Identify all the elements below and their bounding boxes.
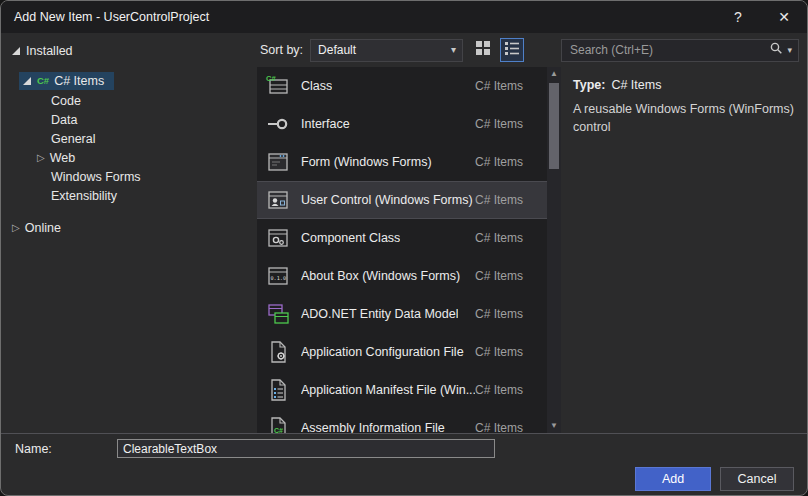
search-row: [561, 33, 807, 67]
template-list-container: C# Class C# Items Interface C# Items: [257, 67, 561, 433]
template-list: C# Class C# Items Interface C# Items: [257, 67, 547, 433]
list-item-label: ADO.NET Entity Data Model: [301, 307, 458, 321]
list-item-component-class[interactable]: Component Class C# Items: [257, 219, 547, 257]
type-label: Type:: [573, 78, 605, 92]
window-title: Add New Item - UserControlProject: [1, 10, 209, 24]
class-icon: C#: [264, 72, 292, 100]
list-item-label: Component Class: [301, 231, 400, 245]
form-icon: [264, 148, 292, 176]
button-row: Add Cancel: [1, 467, 807, 491]
tree-node-general[interactable]: General: [1, 129, 257, 148]
list-item-class[interactable]: C# Class C# Items: [257, 67, 547, 105]
list-item-category: C# Items: [475, 117, 547, 131]
expander-collapsed-icon[interactable]: [37, 153, 45, 163]
tree-node-online[interactable]: Online: [1, 218, 257, 237]
list-item-category: C# Items: [475, 269, 547, 283]
list-item-label: Form (Windows Forms): [301, 155, 432, 169]
list-item-category: C# Items: [475, 79, 547, 93]
tree-selection-highlight: C# Items: [19, 72, 114, 90]
template-panel: Sort by: Default: [257, 33, 561, 433]
ado-net-entity-icon: [264, 300, 292, 328]
svg-text:0.1.0: 0.1.0: [271, 275, 287, 281]
list-item-category: C# Items: [475, 307, 547, 321]
scrollbar-thumb[interactable]: [549, 83, 559, 169]
tree-node-csharp-items[interactable]: C# Items: [1, 70, 257, 91]
dialog-footer: Name: Add Cancel: [1, 433, 807, 495]
search-chevron-down-icon[interactable]: [787, 46, 792, 55]
tree-label: Windows Forms: [51, 170, 141, 184]
close-button[interactable]: ✕: [761, 1, 807, 33]
template-description: A reusable Windows Forms (WinForms) cont…: [573, 101, 795, 136]
tree-label: General: [51, 132, 95, 146]
list-item-category: C# Items: [475, 193, 547, 207]
tree-label: Code: [51, 94, 81, 108]
assembly-info-file-icon: C#: [264, 414, 292, 433]
list-item-category: C# Items: [475, 231, 547, 245]
list-toolbar: Sort by: Default: [257, 33, 561, 67]
name-row: Name:: [1, 439, 807, 458]
search-input[interactable]: [568, 42, 769, 58]
tree-node-web[interactable]: Web: [1, 148, 257, 167]
tree-node-windows-forms[interactable]: Windows Forms: [1, 167, 257, 186]
name-label: Name:: [1, 442, 117, 456]
svg-text:C#: C#: [266, 74, 276, 83]
details-panel: Type:C# Items A reusable Windows Forms (…: [561, 33, 807, 433]
name-input[interactable]: [117, 439, 495, 458]
grid-view-icon: [475, 40, 491, 60]
tree-label: Online: [25, 221, 61, 235]
type-value: C# Items: [611, 78, 661, 92]
list-item-category: C# Items: [475, 345, 547, 359]
add-button[interactable]: Add: [635, 467, 711, 491]
component-class-icon: [264, 224, 292, 252]
list-item-app-manifest-file[interactable]: Application Manifest File (Win... C# Ite…: [257, 371, 547, 409]
search-icon[interactable]: [769, 41, 783, 59]
list-scrollbar[interactable]: [547, 67, 561, 433]
list-item-user-control[interactable]: User Control (Windows Forms) C# Items: [257, 181, 547, 219]
list-item-category: C# Items: [475, 383, 547, 397]
scrollbar-track[interactable]: [547, 81, 561, 419]
list-item-app-config-file[interactable]: Application Configuration File C# Items: [257, 333, 547, 371]
tree-label: C# Items: [54, 74, 104, 88]
sort-dropdown-value: Default: [318, 43, 356, 57]
cancel-button[interactable]: Cancel: [720, 467, 794, 491]
list-item-label: Application Manifest File (Win...: [301, 383, 475, 397]
list-item-label: Application Configuration File: [301, 345, 464, 359]
list-item-ado-net-entity[interactable]: ADO.NET Entity Data Model C# Items: [257, 295, 547, 333]
help-button[interactable]: ?: [715, 1, 761, 33]
scroll-down-icon[interactable]: [547, 419, 561, 433]
list-item-about-box[interactable]: 0.1.0 About Box (Windows Forms) C# Items: [257, 257, 547, 295]
tree-label: Extensibility: [51, 189, 117, 203]
type-row: Type:C# Items: [573, 78, 795, 92]
chevron-down-icon: [451, 45, 462, 55]
scroll-up-icon[interactable]: [547, 67, 561, 81]
list-view-icon: [504, 40, 520, 60]
user-control-icon: [264, 186, 292, 214]
list-item-label: Assembly Information File: [301, 421, 445, 433]
interface-icon: [264, 110, 292, 138]
list-view-button[interactable]: [500, 38, 524, 62]
tree-node-data[interactable]: Data: [1, 110, 257, 129]
list-item-interface[interactable]: Interface C# Items: [257, 105, 547, 143]
list-item-category: C# Items: [475, 155, 547, 169]
sort-by-label: Sort by:: [260, 43, 303, 57]
csharp-items-icon: [37, 75, 49, 86]
search-box[interactable]: [561, 39, 799, 62]
expander-collapsed-icon[interactable]: [12, 223, 20, 233]
template-details: Type:C# Items A reusable Windows Forms (…: [561, 67, 807, 136]
tree-node-installed[interactable]: Installed: [1, 41, 257, 60]
list-item-assembly-info-file[interactable]: C# Assembly Information File C# Items: [257, 409, 547, 433]
tree-node-code[interactable]: Code: [1, 91, 257, 110]
grid-view-button[interactable]: [471, 38, 495, 62]
tree-label: Web: [50, 151, 75, 165]
list-item-form[interactable]: Form (Windows Forms) C# Items: [257, 143, 547, 181]
expander-expanded-icon[interactable]: [12, 47, 20, 55]
tree-node-extensibility[interactable]: Extensibility: [1, 186, 257, 205]
expander-expanded-icon[interactable]: [23, 77, 31, 85]
category-tree: Installed C# Items Code Data General We: [1, 33, 257, 433]
title-bar: Add New Item - UserControlProject ? ✕: [1, 1, 807, 33]
app-config-file-icon: [264, 338, 292, 366]
sort-dropdown[interactable]: Default: [310, 39, 463, 62]
list-item-label: About Box (Windows Forms): [301, 269, 460, 283]
list-item-category: C# Items: [475, 421, 547, 433]
titlebar-buttons: ? ✕: [715, 1, 807, 33]
